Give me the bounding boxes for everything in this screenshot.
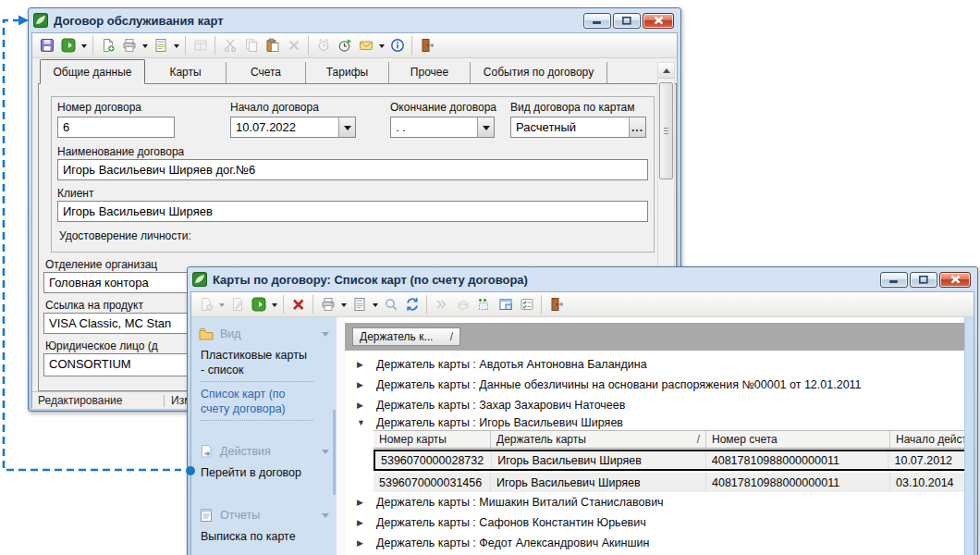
run-dropdown-icon[interactable]: [269, 294, 279, 315]
mail-icon[interactable]: [355, 35, 376, 56]
table-row[interactable]: 5396070000031456 Игорь Васильевич Ширяев…: [374, 473, 964, 492]
run-dropdown-icon[interactable]: [79, 35, 89, 56]
delete-icon[interactable]: [288, 294, 309, 315]
group-row[interactable]: Держатель карты : Авдотья Антоновна Бала…: [345, 354, 964, 375]
print-dropdown-icon[interactable]: [140, 35, 150, 56]
contract-name-input[interactable]: Игорь Васильевич Ширяев дог.№6: [57, 159, 648, 180]
group-row[interactable]: Держатель карты : Захар Захарович Наточе…: [345, 395, 964, 415]
export-icon[interactable]: [349, 294, 370, 315]
export-icon[interactable]: [150, 35, 171, 56]
tab-tariffs[interactable]: Тарифы: [306, 62, 389, 83]
delete-icon[interactable]: [283, 35, 304, 56]
collapse-icon[interactable]: [322, 513, 329, 522]
search-icon[interactable]: [380, 294, 401, 315]
group-row[interactable]: Держатель карты : Федот Александрович Ак…: [345, 533, 964, 553]
start-date-label: Начало договора: [230, 101, 319, 114]
exit-icon[interactable]: [416, 35, 437, 56]
app-leaf-icon: [33, 13, 48, 28]
column-header-account[interactable]: Номер счета: [706, 431, 890, 448]
column-header-holder[interactable]: Держатель карты/: [491, 431, 706, 448]
paste-icon[interactable]: [262, 35, 283, 56]
titlebar-contract[interactable]: Договор обслуживания карт: [31, 8, 678, 32]
exit-icon[interactable]: [545, 294, 567, 315]
ellipsis-button[interactable]: ...: [629, 117, 645, 137]
group-row[interactable]: Держатель карты : Мишакин Виталий Станис…: [345, 492, 964, 512]
export-dropdown-icon[interactable]: [171, 35, 181, 56]
new-document-icon[interactable]: [97, 35, 118, 56]
maximize-button[interactable]: [613, 13, 641, 29]
dropdown-icon[interactable]: [338, 117, 355, 137]
end-date-combo[interactable]: . .: [390, 117, 495, 138]
minimize-button[interactable]: [880, 272, 908, 288]
print-icon[interactable]: [317, 294, 338, 315]
group-row[interactable]: Держатель карты : Данные обезличины на о…: [345, 375, 964, 395]
expand-icon[interactable]: [357, 360, 368, 369]
close-button[interactable]: [643, 13, 674, 29]
column-header-card-number[interactable]: Номер карты: [374, 431, 491, 448]
client-input[interactable]: Игорь Васильевич Ширяев: [57, 201, 648, 222]
tab-accounts[interactable]: Счета: [227, 62, 306, 83]
column-header-start[interactable]: Начало действ: [890, 431, 964, 448]
mail-dropdown-icon[interactable]: [376, 35, 386, 56]
save-icon[interactable]: [36, 35, 57, 56]
group-row-expanded[interactable]: Держатель карты : Игорь Васильевич Ширяе…: [345, 415, 964, 430]
scroll-up-icon[interactable]: [658, 63, 674, 79]
list-scrollbar[interactable]: [964, 317, 974, 555]
dropdown-icon[interactable]: [477, 117, 494, 137]
minimize-button[interactable]: [583, 13, 611, 29]
copy-icon[interactable]: [240, 35, 262, 56]
legal-entity-label: Юридическое лицо (д: [45, 339, 158, 352]
sidebar-section-actions[interactable]: Действия: [191, 442, 337, 461]
expand-icon[interactable]: [357, 380, 368, 389]
edit-icon[interactable]: [227, 294, 248, 315]
close-button[interactable]: [939, 272, 971, 288]
sidebar-item-goto-contract[interactable]: Перейти в договор: [201, 465, 313, 484]
sidebar-item-card-list[interactable]: Список карт (по счету договора): [201, 387, 313, 421]
sidebar-item-plastic-cards[interactable]: Пластиковые карты - список: [201, 348, 313, 382]
sidebar-section-view[interactable]: Вид: [191, 325, 337, 343]
card-type-field[interactable]: Расчетный...: [510, 117, 646, 138]
table-row-selected[interactable]: 5396070000028732 Игорь Васильевич Ширяев…: [374, 450, 964, 471]
checklist-icon[interactable]: [516, 294, 537, 315]
print-icon[interactable]: [118, 35, 140, 56]
collapse-icon[interactable]: [357, 418, 368, 427]
add-icon[interactable]: [195, 294, 216, 315]
tab-events[interactable]: События по договору: [471, 62, 607, 83]
collapse-icon[interactable]: [322, 332, 329, 340]
cut-icon[interactable]: [219, 35, 240, 56]
window-icon[interactable]: [495, 294, 516, 315]
add-dropdown-icon[interactable]: [216, 294, 227, 315]
scroll-thumb[interactable]: [659, 82, 673, 179]
splitter[interactable]: [337, 317, 345, 555]
tab-other[interactable]: Прочее: [389, 62, 471, 83]
start-date-combo[interactable]: 10.07.2022: [230, 117, 356, 138]
sidebar-scroll-thumb[interactable]: [333, 410, 336, 495]
expand-icon[interactable]: [357, 538, 368, 548]
titlebar-card-list[interactable]: Карты по договору: Список карт (по счету…: [190, 267, 974, 291]
group-row[interactable]: Держатель карты : Сафонов Константин Юрь…: [345, 512, 964, 533]
refresh-icon[interactable]: [401, 294, 423, 315]
maximize-button[interactable]: [910, 272, 937, 288]
group-column-chip[interactable]: Держатель к... /: [352, 327, 460, 346]
contract-number-input[interactable]: 6: [57, 117, 175, 138]
sidebar-section-reports[interactable]: Отчеты: [191, 506, 337, 524]
tab-cards[interactable]: Карты: [145, 62, 227, 83]
print-dropdown-icon[interactable]: [338, 294, 349, 315]
export-dropdown-icon[interactable]: [370, 294, 380, 315]
info-icon[interactable]: [386, 35, 408, 56]
fit-icon[interactable]: [473, 294, 495, 315]
forward-icon[interactable]: [431, 294, 452, 315]
collapse-icon[interactable]: [322, 450, 329, 458]
run-icon[interactable]: [248, 294, 269, 315]
run-icon[interactable]: [57, 35, 79, 56]
expand-icon[interactable]: [357, 498, 368, 507]
layers-icon[interactable]: [452, 294, 473, 315]
org-branch-label: Отделение организац: [45, 258, 157, 271]
merge-icon[interactable]: [190, 35, 211, 56]
expand-icon[interactable]: [357, 518, 368, 527]
tab-general[interactable]: Общие данные: [40, 59, 145, 84]
reminder-icon[interactable]: [312, 35, 334, 56]
expand-icon[interactable]: [357, 401, 368, 410]
sidebar-item-card-statement[interactable]: Выписка по карте: [201, 529, 313, 548]
history-icon[interactable]: [334, 35, 355, 56]
